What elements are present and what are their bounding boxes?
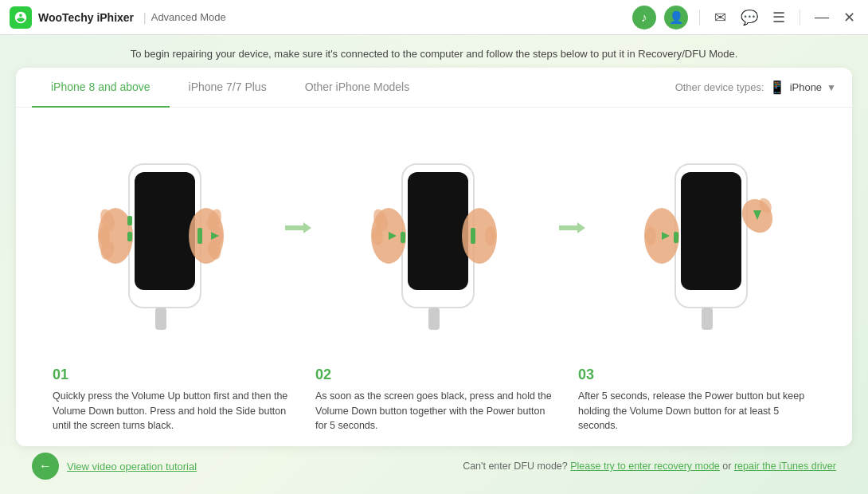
- close-icon[interactable]: ✕: [840, 6, 858, 29]
- svg-rect-28: [471, 228, 475, 244]
- tab-iphone7[interactable]: iPhone 7/7 Plus: [170, 69, 286, 108]
- arrow2: [555, 216, 587, 272]
- svg-marker-29: [559, 222, 585, 233]
- footer-right: Can't enter DFU mode? Please try to ente…: [463, 461, 836, 472]
- main-content: To begin repairing your device, make sur…: [0, 35, 868, 494]
- info-bar: To begin repairing your device, make sur…: [16, 45, 852, 68]
- arrow2-icon: [555, 216, 587, 240]
- step2-image: [313, 156, 554, 331]
- step1-desc: 01 Quickly press the Volume Up button fi…: [40, 364, 303, 433]
- dfu-text: Can't enter DFU mode?: [463, 461, 568, 472]
- svg-rect-31: [681, 172, 741, 290]
- step3-phone-illustration: [639, 156, 775, 331]
- titlebar-sep1: [699, 10, 700, 25]
- svg-rect-2: [147, 172, 174, 178]
- tabs: iPhone 8 and above iPhone 7/7 Plus Other…: [16, 68, 852, 108]
- svg-rect-24: [401, 232, 405, 243]
- mail-icon[interactable]: ✉: [711, 6, 729, 29]
- step3-desc: 03 After 5 seconds, release the Power bu…: [565, 364, 828, 433]
- phone-icon: 📱: [769, 80, 785, 95]
- step3-text: After 5 seconds, release the Power butto…: [578, 390, 804, 432]
- svg-rect-33: [702, 308, 713, 330]
- or-text: or: [722, 461, 731, 472]
- titlebar-divider: |: [143, 11, 147, 24]
- svg-point-27: [485, 226, 496, 245]
- info-text: To begin repairing your device, make sur…: [131, 48, 738, 60]
- itunes-driver-link[interactable]: repair the iTunes driver: [734, 461, 836, 472]
- other-device-value: iPhone: [790, 81, 822, 93]
- step3-image: [587, 156, 828, 331]
- tab-iphone8[interactable]: iPhone 8 and above: [32, 69, 170, 108]
- svg-rect-3: [155, 308, 166, 330]
- svg-rect-20: [428, 308, 440, 330]
- menu-icon[interactable]: ☰: [769, 6, 788, 29]
- recovery-mode-link[interactable]: Please try to enter recovery mode: [570, 461, 720, 472]
- music-icon[interactable]: ♪: [632, 6, 656, 29]
- tab-other-iphone[interactable]: Other iPhone Models: [286, 69, 429, 108]
- svg-rect-36: [674, 232, 678, 243]
- svg-rect-8: [127, 216, 132, 225]
- back-button[interactable]: ←: [32, 453, 59, 480]
- steps-area: 01 Quickly press the Volume Up button fi…: [16, 108, 852, 446]
- svg-rect-32: [694, 172, 721, 178]
- step3-num: 03: [578, 364, 815, 386]
- user-icon[interactable]: 👤: [664, 6, 688, 29]
- other-device-selector[interactable]: Other device types: 📱 iPhone ▼: [675, 80, 836, 95]
- svg-rect-14: [197, 228, 202, 244]
- step2-phone-illustration: [366, 156, 502, 331]
- titlebar-mode: Advanced Mode: [151, 11, 226, 23]
- svg-rect-18: [408, 172, 468, 290]
- svg-rect-19: [420, 172, 448, 178]
- step-descriptions: 01 Quickly press the Volume Up button fi…: [40, 364, 828, 433]
- step2-num: 02: [315, 364, 553, 386]
- titlebar: WooTechy iPhixer | Advanced Mode ♪ 👤 ✉ 💬…: [0, 0, 868, 35]
- arrow1: [281, 216, 313, 272]
- svg-point-23: [372, 226, 383, 245]
- svg-rect-1: [135, 172, 195, 290]
- steps-images: [40, 124, 828, 364]
- arrow1-icon: [281, 216, 313, 240]
- app-logo-icon: [14, 10, 28, 25]
- app-logo: [10, 6, 32, 29]
- dropdown-chevron-icon: ▼: [827, 82, 836, 93]
- step2-desc: 02 As soon as the screen goes black, pre…: [303, 364, 565, 433]
- titlebar-sep2: [800, 10, 800, 25]
- svg-marker-16: [285, 222, 311, 233]
- card: iPhone 8 and above iPhone 7/7 Plus Other…: [16, 68, 852, 446]
- step1-image: [40, 156, 281, 331]
- video-tutorial-link[interactable]: View video operation tutorial: [67, 461, 197, 472]
- footer: ← View video operation tutorial Can't en…: [16, 446, 852, 486]
- step1-num: 01: [53, 364, 290, 386]
- step2-text: As soon as the screen goes black, press …: [315, 390, 552, 432]
- titlebar-icons: ♪ 👤 ✉ 💬 ☰ — ✕: [632, 6, 858, 29]
- minimize-icon[interactable]: —: [811, 6, 832, 29]
- app-name: WooTechy iPhixer: [38, 11, 134, 24]
- step1-text: Quickly press the Volume Up button first…: [53, 390, 287, 432]
- svg-rect-9: [127, 232, 132, 241]
- other-device-label: Other device types:: [675, 81, 764, 93]
- step1-phone-illustration: [93, 156, 229, 331]
- footer-left: ← View video operation tutorial: [32, 453, 197, 480]
- chat-icon[interactable]: 💬: [737, 6, 761, 29]
- svg-point-35: [645, 226, 656, 245]
